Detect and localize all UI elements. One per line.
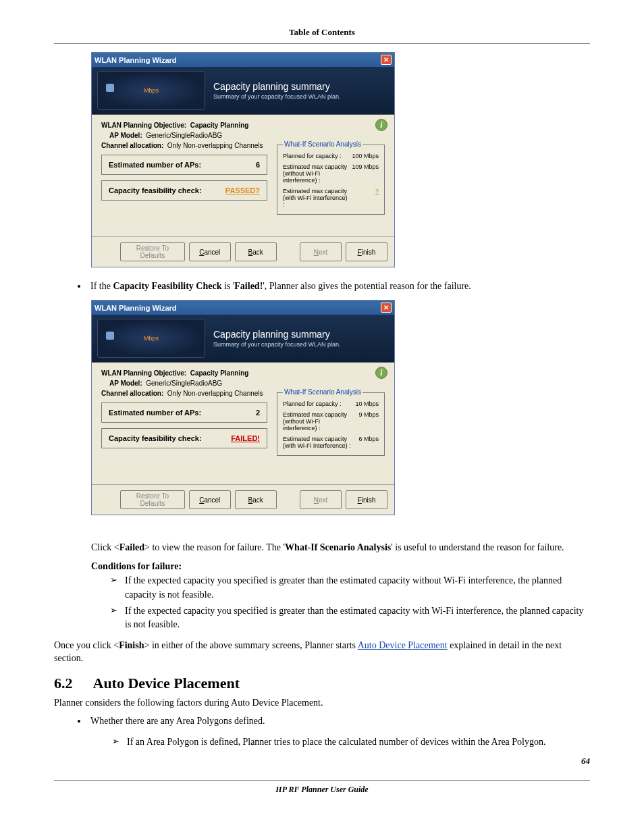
whatif-planned-value: 10 Mbps [351,398,379,409]
whatif-wifi-label: Estimated max capacity (with Wi-Fi inter… [283,186,348,210]
cancel-button[interactable]: Cancel [189,490,231,509]
whatif-nowifi-value: 109 Mbps [348,161,379,186]
whatif-planned-label: Planned for capacity : [283,151,348,161]
gauge-label: Mbps [144,87,159,94]
condition-1: If the expected capacity you specified i… [110,574,590,602]
whatif-nowifi-label: Estimated max capacity (without Wi-Fi in… [283,161,348,186]
objective-label: WLAN Planning Objective: [101,122,186,129]
back-button[interactable]: Back [235,242,277,261]
auto-device-placement-link[interactable]: Auto Device Placement [358,640,448,650]
restore-defaults-button[interactable]: Restore To Defaults [120,490,185,509]
page-number: 64 [54,756,590,766]
whatif-planned-label: Planned for capacity : [283,398,351,409]
wizard-title: WLAN Planning Wizard [95,56,177,64]
feasibility-value-failed[interactable]: FAILED! [231,434,260,442]
feasibility-value-passed[interactable]: PASSED? [225,186,260,194]
channel-label: Channel allocation: [101,142,163,149]
conditions-heading: Conditions for failure: [91,561,182,571]
estimated-ap-value: 2 [256,409,260,417]
whatif-panel: What-If Scenario Analysis Planned for ca… [277,145,385,215]
estimated-ap-box: Estimated number of APs: 2 [101,402,267,423]
section-number: 6.2 [54,675,73,692]
banner-heading: Capacity planning summary [213,329,341,340]
whatif-panel: What-If Scenario Analysis Planned for ca… [277,392,385,456]
whatif-legend: What-If Scenario Analysis [283,388,363,396]
channel-value: Only Non-overlapping Channels [167,142,263,149]
restore-defaults-button[interactable]: Restore To Defaults [120,242,185,261]
cancel-button[interactable]: Cancel [189,242,231,261]
footer-title: HP RF Planner User Guide [54,785,590,795]
gauge-icon: Mbps [97,71,205,110]
channel-value: Only Non-overlapping Channels [167,390,263,397]
wizard-titlebar: WLAN Planning Wizard ✕ [92,53,394,67]
whatif-wifi-label: Estimated max capacity (with Wi-Fi inter… [283,434,351,451]
wizard-footer: Restore To Defaults Cancel Back Next Fin… [92,236,394,267]
para-finish: Once you click <Finish> in either of the… [54,639,590,665]
condition-2: If the expected capacity you specified i… [110,604,590,632]
estimated-ap-box: Estimated number of APs: 6 [101,155,267,175]
info-icon[interactable]: i [375,367,387,379]
section-title: Auto Device Placement [93,675,240,692]
apmodel-value: Generic/SingleRadioABG [146,132,222,139]
wizard-titlebar: WLAN Planning Wizard ✕ [92,301,394,315]
feasibility-label: Capacity feasibility check: [109,434,202,442]
wizard-failed: WLAN Planning Wizard ✕ Mbps Capacity pla… [91,300,395,515]
close-icon[interactable]: ✕ [381,303,392,313]
whatif-wifi-value: 6 Mbps [351,434,379,451]
objective-value: Capacity Planning [190,369,249,377]
feasibility-box: Capacity feasibility check: PASSED? [101,180,267,201]
objective-value: Capacity Planning [190,122,249,129]
wizard-banner: Mbps Capacity planning summary Summary o… [92,67,394,115]
whatif-wifi-value[interactable]: ? [375,188,379,194]
estimated-ap-value: 6 [256,161,260,169]
whatif-nowifi-value: 9 Mbps [351,409,379,434]
next-button[interactable]: Next [300,490,342,509]
apmodel-label: AP Model: [109,132,142,139]
feasibility-box: Capacity feasibility check: FAILED! [101,428,267,448]
feasibility-label: Capacity feasibility check: [109,186,202,194]
section-heading: 6.2 Auto Device Placement [54,675,590,692]
info-icon[interactable]: i [375,119,387,131]
footer-rule [54,780,590,781]
close-icon[interactable]: ✕ [381,55,392,65]
para-click-failed: Click <Failed> to view the reason for fa… [91,541,590,554]
objective-label: WLAN Planning Objective: [101,369,186,377]
bullet-failed-note: If the Capacity Feasibility Check is 'Fa… [88,280,590,293]
next-button[interactable]: Next [300,242,342,261]
finish-button[interactable]: Finish [346,490,387,509]
channel-label: Channel allocation: [101,390,163,397]
wizard-footer: Restore To Defaults Cancel Back Next Fin… [92,484,394,515]
bullet-area-polygons: Whether there are any Area Polygons defi… [88,714,590,728]
apmodel-label: AP Model: [109,380,142,387]
para-factors: Planner considers the following factors … [54,696,590,710]
banner-subheading: Summary of your capacity focused WLAN pl… [213,93,341,100]
sub-arrow-area-polygon: If an Area Polygon is defined, Planner t… [112,735,590,749]
estimated-ap-label: Estimated number of APs: [109,161,201,169]
finish-button[interactable]: Finish [346,242,387,261]
whatif-planned-value: 100 Mbps [348,151,379,161]
banner-heading: Capacity planning summary [213,81,341,92]
apmodel-value: Generic/SingleRadioABG [146,380,222,387]
back-button[interactable]: Back [235,490,277,509]
wizard-passed: WLAN Planning Wizard ✕ Mbps Capacity pla… [91,52,395,267]
header-rule [54,43,590,44]
wizard-title: WLAN Planning Wizard [95,304,177,312]
whatif-legend: What-If Scenario Analysis [283,140,363,148]
whatif-nowifi-label: Estimated max capacity (without Wi-Fi in… [283,409,351,434]
gauge-icon: Mbps [97,319,205,358]
banner-subheading: Summary of your capacity focused WLAN pl… [213,341,341,348]
wizard-banner: Mbps Capacity planning summary Summary o… [92,315,394,363]
table-of-contents-header: Table of Contents [54,27,590,38]
estimated-ap-label: Estimated number of APs: [109,409,201,417]
gauge-label: Mbps [144,335,159,342]
